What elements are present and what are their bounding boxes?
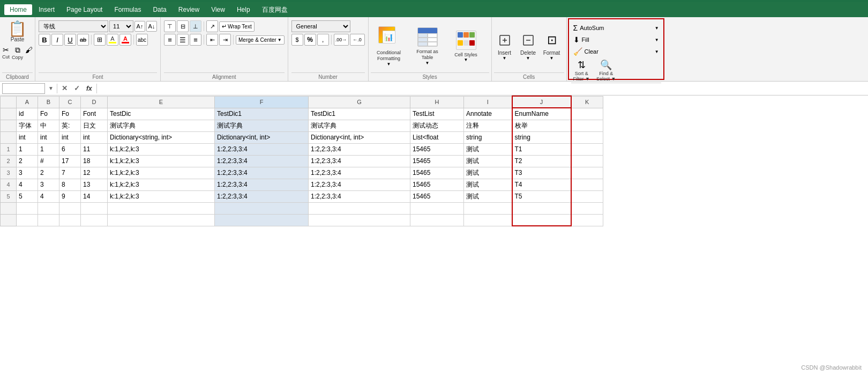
cell-G-4[interactable]: 1:2,2:3,3:4 bbox=[309, 155, 410, 167]
cell-G-8[interactable] bbox=[309, 202, 410, 214]
cell-J-5[interactable]: T3 bbox=[512, 167, 571, 179]
cell-J-3[interactable]: T1 bbox=[512, 143, 571, 155]
increase-font-button[interactable]: A↑ bbox=[134, 21, 145, 32]
cell-B-9[interactable] bbox=[38, 214, 59, 226]
cell-B-5[interactable]: 2 bbox=[38, 167, 59, 179]
cell-K-8[interactable] bbox=[571, 202, 603, 214]
cell-H-4[interactable]: 15465 bbox=[410, 155, 464, 167]
font-color-button[interactable]: A bbox=[119, 34, 131, 46]
cell-G-5[interactable]: 1:2,2:3,3:4 bbox=[309, 167, 410, 179]
cell-B-0[interactable]: Fo bbox=[38, 108, 59, 120]
formula-input[interactable] bbox=[99, 83, 866, 94]
cell-D-1[interactable]: 日文 bbox=[81, 120, 108, 131]
cell-D-4[interactable]: 18 bbox=[81, 155, 108, 167]
find-select-button[interactable]: 🔍 Find & Select ▼ bbox=[594, 58, 618, 83]
align-right-button[interactable]: ≡ bbox=[190, 34, 201, 46]
menu-data[interactable]: Data bbox=[147, 4, 171, 15]
col-header-A[interactable]: A bbox=[17, 96, 38, 108]
cell-F-0[interactable]: TestDic1 bbox=[215, 108, 309, 120]
cancel-icon[interactable]: ✕ bbox=[59, 84, 70, 92]
font-size-select[interactable]: 11 bbox=[109, 20, 133, 32]
clear-button[interactable]: 🧹 Clear ▼ bbox=[571, 46, 661, 57]
underline-button[interactable]: U bbox=[64, 34, 76, 46]
cell-B-7[interactable]: 4 bbox=[38, 190, 59, 202]
cut-button[interactable]: ✂ Cut bbox=[2, 46, 10, 60]
col-header-E[interactable]: E bbox=[108, 96, 215, 108]
cell-C-5[interactable]: 7 bbox=[59, 167, 81, 179]
cell-C-2[interactable]: int bbox=[59, 131, 81, 143]
indent-increase-button[interactable]: ⇥ bbox=[219, 34, 231, 46]
menu-baidu[interactable]: 百度网盘 bbox=[257, 4, 293, 16]
cell-H-3[interactable]: 15465 bbox=[410, 143, 464, 155]
cell-J-1[interactable]: 枚举 bbox=[512, 120, 571, 131]
cell-B-3[interactable]: 1 bbox=[38, 143, 59, 155]
col-header-G[interactable]: G bbox=[309, 96, 410, 108]
cell-D-6[interactable]: 13 bbox=[81, 179, 108, 190]
cell-A-6[interactable]: 4 bbox=[17, 179, 38, 190]
cell-G-1[interactable]: 测试字典 bbox=[309, 120, 410, 131]
cell-K-1[interactable] bbox=[571, 120, 603, 131]
cell-G-0[interactable]: TestDic1 bbox=[309, 108, 410, 120]
cell-J-6[interactable]: T4 bbox=[512, 179, 571, 190]
col-header-I[interactable]: I bbox=[464, 96, 512, 108]
cell-I-2[interactable]: string bbox=[464, 131, 512, 143]
align-bottom-button[interactable]: ⊥ bbox=[190, 20, 201, 32]
text-direction-button[interactable]: ↗ bbox=[206, 20, 218, 32]
cell-B-8[interactable] bbox=[38, 202, 59, 214]
borders-button[interactable]: ⊞ bbox=[94, 34, 106, 46]
menu-formulas[interactable]: Formulas bbox=[109, 4, 146, 15]
cell-D-0[interactable]: Font bbox=[81, 108, 108, 120]
cell-K-9[interactable] bbox=[571, 214, 603, 226]
confirm-icon[interactable]: ✓ bbox=[72, 84, 82, 92]
autosum-button[interactable]: Σ AutoSum ▼ bbox=[571, 23, 661, 33]
cell-F-6[interactable]: 1:2,2:3,3:4 bbox=[215, 179, 309, 190]
name-box-expand[interactable]: ▼ bbox=[47, 85, 55, 91]
cell-C-8[interactable] bbox=[59, 202, 81, 214]
insert-button[interactable]: Insert ▼ bbox=[494, 25, 515, 68]
cell-E-9[interactable] bbox=[108, 214, 215, 226]
wrap-text-button[interactable]: ↵ Wrap Text bbox=[219, 21, 255, 32]
cell-F-5[interactable]: 1:2,2:3,3:4 bbox=[215, 167, 309, 179]
cell-A-4[interactable]: 2 bbox=[17, 155, 38, 167]
cell-H-0[interactable]: TestList bbox=[410, 108, 464, 120]
cell-C-9[interactable] bbox=[59, 214, 81, 226]
format-painter-button[interactable]: 🖌 bbox=[25, 46, 33, 60]
decimal-decrease-button[interactable]: ←.0 bbox=[350, 34, 365, 46]
cell-A-7[interactable]: 5 bbox=[17, 190, 38, 202]
percent-button[interactable]: % bbox=[304, 34, 316, 46]
cell-H-9[interactable] bbox=[410, 214, 464, 226]
change-case-button[interactable]: abc bbox=[136, 34, 148, 46]
cell-K-6[interactable] bbox=[571, 179, 603, 190]
cell-H-6[interactable]: 15465 bbox=[410, 179, 464, 190]
cell-G-9[interactable] bbox=[309, 214, 410, 226]
format-button[interactable]: ⊡ Format ▼ bbox=[541, 25, 563, 68]
copy-button[interactable]: ⧉ Copy bbox=[12, 46, 23, 60]
delete-button[interactable]: Delete ▼ bbox=[518, 25, 539, 68]
cell-I-7[interactable]: 测试 bbox=[464, 190, 512, 202]
cell-E-4[interactable]: k:1,k:2,k:3 bbox=[108, 155, 215, 167]
cell-K-5[interactable] bbox=[571, 167, 603, 179]
name-box[interactable] bbox=[2, 83, 45, 94]
cell-E-6[interactable]: k:1,k:2,k:3 bbox=[108, 179, 215, 190]
cell-H-2[interactable]: List<float bbox=[410, 131, 464, 143]
fill-button[interactable]: ⬇ Fill ▼ bbox=[571, 34, 661, 45]
cell-I-0[interactable]: Annotate bbox=[464, 108, 512, 120]
cell-E-3[interactable]: k:1,k:2,k:3 bbox=[108, 143, 215, 155]
cell-G-2[interactable]: Dictionary<int, int> bbox=[309, 131, 410, 143]
cell-styles-button[interactable]: Cell Styles ▼ bbox=[448, 24, 484, 69]
cell-G-6[interactable]: 1:2,2:3,3:4 bbox=[309, 179, 410, 190]
align-center-button[interactable]: ☰ bbox=[177, 34, 189, 46]
cell-C-6[interactable]: 8 bbox=[59, 179, 81, 190]
cell-J-9[interactable] bbox=[512, 214, 571, 226]
cell-E-8[interactable] bbox=[108, 202, 215, 214]
cell-A-5[interactable]: 3 bbox=[17, 167, 38, 179]
cell-I-5[interactable]: 测试 bbox=[464, 167, 512, 179]
cell-F-1[interactable]: 测试字典 bbox=[215, 120, 309, 131]
align-top-button[interactable]: ⊤ bbox=[164, 20, 176, 32]
cell-E-7[interactable]: k:1,k:2,k:3 bbox=[108, 190, 215, 202]
cell-H-5[interactable]: 15465 bbox=[410, 167, 464, 179]
cell-E-1[interactable]: 测试字典 bbox=[108, 120, 215, 131]
bold-button[interactable]: B bbox=[39, 34, 50, 46]
paste-button[interactable]: 📋 Paste bbox=[6, 20, 29, 43]
cell-H-7[interactable]: 15465 bbox=[410, 190, 464, 202]
